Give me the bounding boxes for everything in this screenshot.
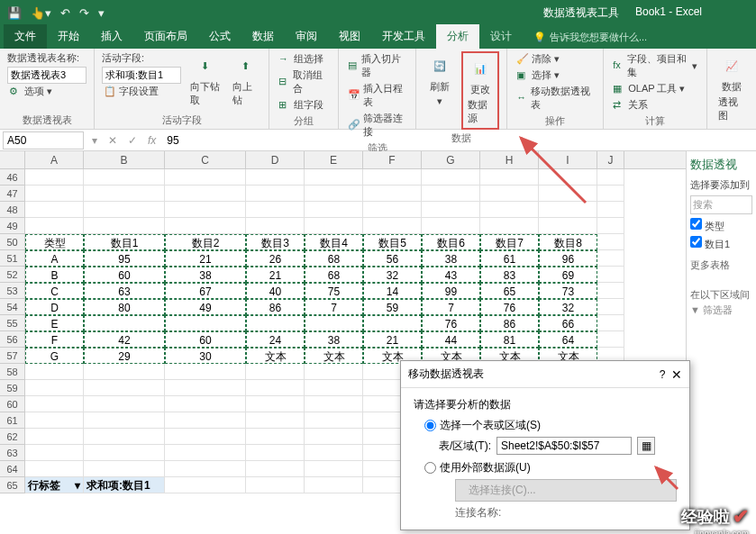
cell[interactable]	[363, 315, 422, 331]
qat-more-icon[interactable]: ▾	[98, 6, 105, 20]
row-header[interactable]: 55	[0, 315, 25, 331]
cell[interactable]: 44	[422, 331, 480, 348]
cell[interactable]: 42	[84, 331, 165, 348]
cell[interactable]	[165, 380, 246, 396]
cell[interactable]	[25, 445, 84, 461]
cell[interactable]	[246, 429, 305, 445]
col-header[interactable]: F	[363, 151, 422, 168]
cell[interactable]: 38	[305, 331, 363, 348]
help-icon[interactable]: ?	[660, 368, 666, 381]
cell[interactable]: 73	[539, 283, 597, 299]
cell[interactable]	[165, 412, 246, 429]
cell[interactable]: 49	[165, 299, 246, 315]
range-picker-button[interactable]: ▦	[637, 437, 655, 455]
cell[interactable]: 7	[422, 299, 480, 315]
cell[interactable]	[84, 412, 165, 429]
olap-button[interactable]: ▦OLAP 工具 ▾	[611, 81, 699, 96]
col-header[interactable]: I	[539, 151, 597, 168]
cell[interactable]: 60	[84, 267, 165, 283]
row-header[interactable]: 61	[0, 412, 25, 429]
cell[interactable]: 数目1	[84, 234, 165, 250]
cell[interactable]	[165, 315, 246, 331]
cell[interactable]	[165, 445, 246, 461]
row-header[interactable]: 59	[0, 380, 25, 396]
cell[interactable]	[363, 186, 422, 202]
radio-1[interactable]	[424, 420, 436, 431]
cell[interactable]: 63	[84, 283, 165, 299]
row-header[interactable]: 48	[0, 202, 25, 218]
cell[interactable]	[25, 169, 84, 186]
cell[interactable]: 26	[246, 250, 305, 267]
cell[interactable]: 65	[480, 283, 539, 299]
row-header[interactable]: 60	[0, 396, 25, 412]
cell[interactable]	[363, 218, 422, 234]
cell[interactable]: B	[25, 267, 84, 283]
options-button[interactable]: ⚙选项 ▾	[7, 84, 87, 99]
cell[interactable]: 7	[305, 299, 363, 315]
cell[interactable]: 59	[363, 299, 422, 315]
radio-select-range[interactable]: 选择一个表或区域(S)	[424, 418, 677, 433]
tab-dev[interactable]: 开发工具	[371, 24, 436, 49]
cell[interactable]	[305, 461, 363, 477]
relations-button[interactable]: ⇄关系	[611, 97, 699, 113]
cell[interactable]	[246, 477, 305, 493]
drill-up-button[interactable]: ⬆向上钻	[229, 51, 261, 109]
cell[interactable]: 32	[539, 299, 597, 315]
cell[interactable]	[165, 477, 246, 493]
cancel-icon[interactable]: ✕	[103, 134, 123, 147]
row-header[interactable]: 64	[0, 461, 25, 477]
cell[interactable]	[539, 202, 597, 218]
row-header[interactable]: 63	[0, 445, 25, 461]
more-tables[interactable]: 更多表格	[690, 258, 752, 272]
cell[interactable]: 21	[246, 267, 305, 283]
cell[interactable]	[84, 169, 165, 186]
cell[interactable]: 56	[363, 250, 422, 267]
cell[interactable]: 21	[363, 331, 422, 348]
tab-file[interactable]: 文件	[4, 24, 47, 49]
cell[interactable]: F	[25, 331, 84, 348]
cell[interactable]: 数目2	[165, 234, 246, 250]
cell[interactable]: 文本	[246, 348, 305, 364]
cell[interactable]: 66	[539, 315, 597, 331]
touch-icon[interactable]: 👆▾	[31, 6, 51, 20]
cell[interactable]	[597, 218, 624, 234]
range-input[interactable]	[496, 437, 632, 455]
group-field-button[interactable]: ⊞组字段	[277, 97, 331, 113]
cell[interactable]	[539, 186, 597, 202]
cell[interactable]: D	[25, 299, 84, 315]
cell[interactable]: 数目8	[539, 234, 597, 250]
cell[interactable]	[422, 202, 480, 218]
cell[interactable]: 83	[480, 267, 539, 283]
cell[interactable]	[597, 169, 624, 186]
cell[interactable]: 86	[246, 299, 305, 315]
cell[interactable]	[597, 250, 624, 267]
field-type[interactable]: 类型	[690, 218, 752, 233]
field-search[interactable]: 搜索	[690, 195, 752, 214]
field-settings-button[interactable]: 📋字段设置	[102, 84, 181, 99]
tab-review[interactable]: 审阅	[285, 24, 328, 49]
change-source-button[interactable]: 📊更改数据源	[464, 54, 496, 127]
cell[interactable]	[597, 315, 624, 331]
cell[interactable]	[480, 186, 539, 202]
tab-view[interactable]: 视图	[328, 24, 371, 49]
tab-home[interactable]: 开始	[47, 24, 90, 49]
row-header[interactable]: 62	[0, 429, 25, 445]
cell[interactable]: 40	[246, 283, 305, 299]
cell[interactable]	[246, 364, 305, 380]
filter-area[interactable]: ▼ 筛选器	[690, 303, 752, 317]
cell[interactable]: 76	[422, 315, 480, 331]
fx-icon[interactable]: fx	[142, 134, 161, 147]
active-field-input[interactable]: 求和项:数目1	[102, 67, 181, 84]
insert-timeline-button[interactable]: 📅插入日程表	[346, 81, 409, 110]
move-pivot-button[interactable]: ↔移动数据透视表	[515, 84, 596, 113]
cell[interactable]: 数目6	[422, 234, 480, 250]
tab-formula[interactable]: 公式	[198, 24, 241, 49]
cell[interactable]	[305, 169, 363, 186]
cell[interactable]: 21	[165, 250, 246, 267]
cell[interactable]	[84, 396, 165, 412]
filter-conn-button[interactable]: 🔗筛选器连接	[346, 111, 409, 140]
col-header[interactable]: J	[597, 151, 624, 168]
close-icon[interactable]: ✕	[671, 367, 682, 382]
ungroup-button[interactable]: ⊟取消组合	[277, 68, 331, 96]
cell[interactable]	[84, 218, 165, 234]
